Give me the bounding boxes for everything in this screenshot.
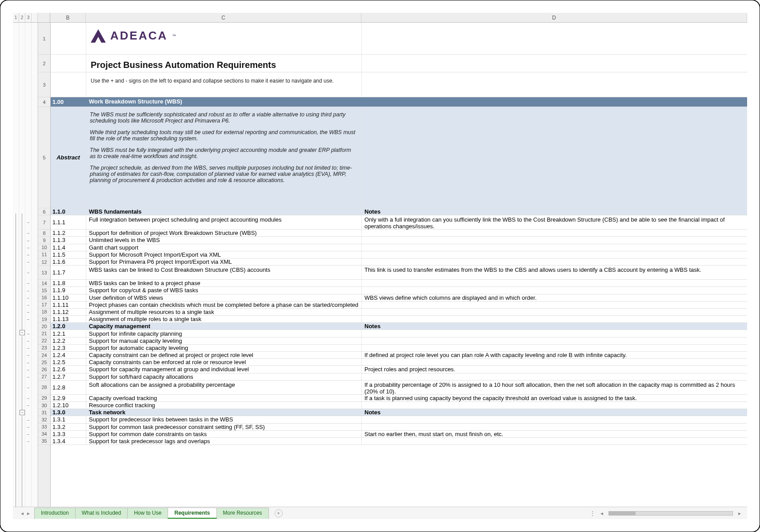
cell-desc[interactable]: Support for common date constraints on t…: [86, 431, 362, 437]
cell-num[interactable]: 1.1.9: [51, 287, 86, 294]
table-row[interactable]: 1.1.11Project phases can contain checkli…: [51, 302, 747, 309]
cell-desc[interactable]: User definition of WBS views: [86, 294, 362, 301]
cell-desc[interactable]: Support for soft/hard capacity allocatio…: [86, 373, 362, 380]
cell-notes[interactable]: [362, 359, 747, 365]
cell-notes[interactable]: Notes: [362, 208, 747, 215]
table-row[interactable]: 1.2.6Support for capacity management at …: [51, 366, 747, 373]
table-row[interactable]: 1.2.8Soft allocations can be assigned a …: [51, 381, 747, 395]
cell-desc[interactable]: Support for task predecessor lags and ov…: [86, 438, 362, 445]
cell-desc[interactable]: Full integration between project schedul…: [86, 215, 362, 229]
cell-notes[interactable]: [362, 244, 747, 251]
row-header[interactable]: 25: [38, 359, 50, 366]
cell-num[interactable]: 1.00: [51, 97, 86, 107]
row-header[interactable]: 1: [38, 23, 50, 55]
cell-notes[interactable]: Project roles and project resources.: [362, 366, 747, 373]
hscroll-left[interactable]: ◂: [600, 510, 603, 516]
cell-num[interactable]: 1.2.8: [51, 381, 86, 394]
cell-num[interactable]: 1.1.1: [51, 215, 86, 229]
cell-desc[interactable]: Capacity constraint can be defined at pr…: [86, 352, 362, 358]
row-header[interactable]: 8: [38, 230, 50, 237]
row-header[interactable]: 4: [38, 97, 50, 107]
cell-desc[interactable]: Capacity constraints can be enforced at …: [86, 359, 362, 365]
cell-num[interactable]: 1.3.3: [51, 431, 86, 437]
table-row[interactable]: 1.2.1Support for infinite capacity plann…: [51, 330, 747, 337]
row-header[interactable]: 15: [38, 287, 50, 294]
cell-notes[interactable]: This link is used to transfer estimates …: [362, 266, 747, 279]
cell-notes[interactable]: Notes: [362, 323, 747, 330]
table-row[interactable]: 1.1.2Support for definition of project W…: [51, 230, 747, 237]
row-header[interactable]: 32: [38, 416, 50, 423]
cell-num[interactable]: 1.3.1: [51, 416, 86, 423]
cell-notes[interactable]: [362, 258, 747, 265]
table-row[interactable]: 1.3.2Support for common task predecessor…: [51, 424, 747, 431]
cell-desc[interactable]: Support for predecessor links between ta…: [86, 416, 362, 423]
cell-desc[interactable]: Support for capacity management at group…: [86, 366, 362, 373]
table-row[interactable]: 1.2.10Resource conflict tracking: [51, 402, 747, 409]
table-row[interactable]: 1.2.7Support for soft/hard capacity allo…: [51, 373, 747, 381]
table-row[interactable]: 1.1.1Full integration between project sc…: [51, 215, 747, 230]
cell-num[interactable]: 1.2.1: [51, 330, 86, 337]
cell-notes[interactable]: [362, 416, 747, 423]
abstract-row[interactable]: AbstractThe WBS must be sufficiently sop…: [51, 107, 747, 208]
outline-level-1[interactable]: 1: [13, 13, 19, 22]
column-header-b[interactable]: B: [50, 13, 86, 22]
cell-notes[interactable]: If defined at project role level you can…: [362, 352, 747, 358]
cell-notes[interactable]: [362, 424, 747, 430]
cell-num[interactable]: 1.1.7: [51, 266, 86, 279]
table-row[interactable]: 1.1.6Support for Primavera P6 project Im…: [51, 258, 747, 266]
add-sheet-button[interactable]: +: [275, 509, 283, 517]
table-row[interactable]: 1.2.2Support for manual capacity levelin…: [51, 337, 747, 345]
table-row[interactable]: 1.2.3Support for automatic capacity leve…: [51, 345, 747, 352]
cell-notes[interactable]: Notes: [362, 409, 747, 416]
sheet-tab[interactable]: What is Included: [75, 508, 128, 519]
table-row[interactable]: 1.1.13Assignment of multiple roles to a …: [51, 316, 747, 323]
cell-notes[interactable]: [362, 237, 747, 243]
cell-num[interactable]: 1.2.10: [51, 402, 86, 409]
row-header[interactable]: 10: [38, 244, 50, 251]
row-header[interactable]: 23: [38, 345, 50, 352]
outline-toggle-minus[interactable]: −: [20, 410, 25, 415]
row-header[interactable]: 6: [38, 208, 50, 215]
cell-desc[interactable]: Support for definition of project Work B…: [86, 230, 362, 236]
sheet-tab[interactable]: How to Use: [127, 508, 168, 519]
cell-desc[interactable]: Support for automatic capacity leveling: [86, 345, 362, 351]
row-header[interactable]: 16: [38, 294, 50, 302]
table-row[interactable]: 1.3.0Task networkNotes: [51, 409, 747, 416]
cell-num[interactable]: 1.1.12: [51, 309, 86, 315]
table-row[interactable]: 1.2.4Capacity constraint can be defined …: [51, 352, 747, 359]
cell-desc[interactable]: Support for infinite capacity planning: [86, 330, 362, 337]
row-header[interactable]: 21: [38, 330, 50, 337]
row-header[interactable]: 27: [38, 373, 50, 381]
cell-desc[interactable]: Project phases can contain checklists wh…: [86, 302, 362, 308]
cell-desc[interactable]: Resource conflict tracking: [86, 402, 362, 409]
cell-num[interactable]: [51, 55, 86, 72]
cell-num[interactable]: 1.1.3: [51, 237, 86, 243]
cells-area[interactable]: ADEACA™Project Business Automation Requi…: [51, 23, 747, 507]
select-all-corner[interactable]: [38, 13, 50, 22]
table-row[interactable]: ADEACA™: [51, 23, 747, 55]
sheet-tab[interactable]: Introduction: [34, 508, 76, 519]
cell-desc[interactable]: Use the + and - signs on the left to exp…: [86, 72, 362, 97]
row-header[interactable]: 17: [38, 302, 50, 309]
cell-num[interactable]: 1.2.7: [51, 373, 86, 380]
cell-num[interactable]: 1.2.9: [51, 395, 86, 401]
sheet-tab[interactable]: Requirements: [168, 508, 216, 519]
table-row[interactable]: 1.3.3Support for common date constraints…: [51, 431, 747, 438]
row-header[interactable]: 14: [38, 280, 50, 287]
row-header[interactable]: 5: [38, 107, 50, 208]
cell-notes[interactable]: [362, 251, 747, 258]
hscroll-right[interactable]: ▸: [738, 510, 741, 516]
cell-desc[interactable]: WBS fundamentals: [86, 208, 362, 215]
row-header[interactable]: 19: [38, 316, 50, 323]
cell-desc[interactable]: Project Business Automation Requirements: [86, 55, 362, 72]
row-header[interactable]: 2: [38, 55, 50, 72]
row-header[interactable]: 3: [38, 72, 50, 97]
cell-notes[interactable]: [362, 330, 747, 337]
cell-notes[interactable]: If a probability percentage of 20% is as…: [362, 381, 747, 394]
cell-num[interactable]: 1.3.4: [51, 438, 86, 445]
row-header[interactable]: 26: [38, 366, 50, 373]
row-header[interactable]: 34: [38, 431, 50, 438]
table-row[interactable]: 1.1.0WBS fundamentalsNotes: [51, 208, 747, 215]
cell-notes[interactable]: [362, 55, 747, 72]
table-row[interactable]: 1.1.8WBS tasks can be linked to a projec…: [51, 280, 747, 287]
